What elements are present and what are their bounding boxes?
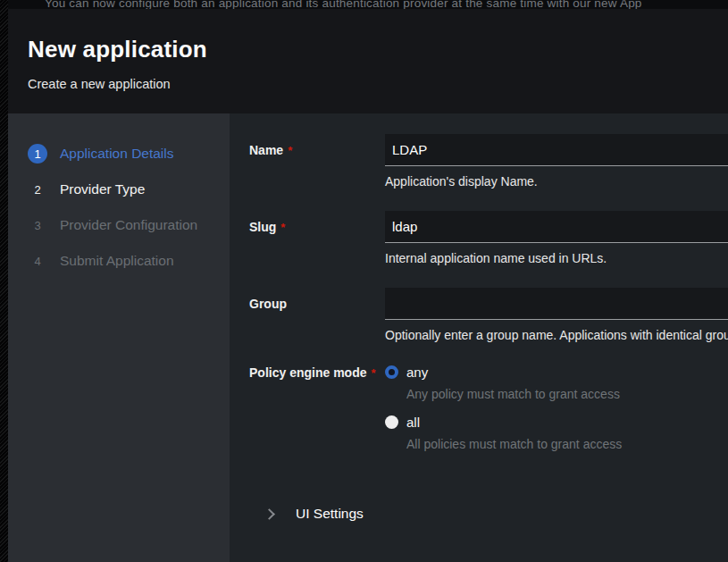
group-field-control: Optionally enter a group name. Applicati… <box>385 288 728 342</box>
group-input[interactable] <box>385 288 728 320</box>
dimmed-page-background <box>0 0 8 562</box>
group-field-help: Optionally enter a group name. Applicati… <box>385 328 728 342</box>
slug-field-control: Internal application name used in URLs. <box>385 211 728 265</box>
step-application-details[interactable]: 1 Application Details <box>8 136 230 172</box>
slug-input[interactable] <box>385 211 728 243</box>
radio-all-help: All policies must match to grant access <box>406 437 728 451</box>
name-field-help: Application's display Name. <box>385 174 728 189</box>
step-provider-configuration[interactable]: 3 Provider Configuration <box>8 207 230 243</box>
chevron-right-icon <box>264 508 275 520</box>
radio-any-help: Any policy must match to grant access <box>406 387 728 401</box>
ui-settings-expander[interactable]: UI Settings <box>249 506 728 522</box>
step-number-badge: 2 <box>28 180 47 199</box>
wizard-step-nav: 1 Application Details 2 Provider Type 3 … <box>8 113 230 562</box>
modal-header: New application Create a new application <box>8 9 728 113</box>
name-field-label: Name* <box>249 134 385 189</box>
modal-title: New application <box>28 36 728 63</box>
step-label: Application Details <box>60 146 174 162</box>
policy-engine-mode-row: Policy engine mode* any Any policy must … <box>249 365 728 465</box>
group-field-row: Group Optionally enter a group name. App… <box>249 288 728 342</box>
application-details-form: Name* Application's display Name. Slug* … <box>230 113 728 562</box>
step-label: Submit Application <box>60 253 174 269</box>
policy-option-any: any Any policy must match to grant acces… <box>385 365 728 401</box>
slug-field-help: Internal application name used in URLs. <box>385 251 728 265</box>
step-number-badge: 1 <box>28 144 47 164</box>
name-input[interactable] <box>385 134 728 166</box>
step-provider-type[interactable]: 2 Provider Type <box>8 172 230 207</box>
banner-text: You can now configure both an applicatio… <box>45 0 642 9</box>
ui-settings-label: UI Settings <box>296 506 364 522</box>
slug-field-label: Slug* <box>249 211 385 265</box>
name-field-control: Application's display Name. <box>385 134 728 189</box>
required-indicator: * <box>280 221 285 234</box>
background-banner: You can now configure both an applicatio… <box>8 0 728 9</box>
step-number-badge: 3 <box>28 215 47 235</box>
step-label: Provider Configuration <box>60 217 197 233</box>
group-field-label: Group <box>249 288 385 342</box>
required-indicator: * <box>288 144 292 157</box>
step-submit-application[interactable]: 4 Submit Application <box>8 243 230 279</box>
slug-field-row: Slug* Internal application name used in … <box>249 211 728 265</box>
policy-engine-mode-options: any Any policy must match to grant acces… <box>385 365 728 465</box>
policy-option-all: all All policies must match to grant acc… <box>385 415 728 451</box>
label-text: Slug <box>249 220 276 234</box>
label-text: Policy engine mode <box>249 365 366 380</box>
radio-any[interactable]: any <box>385 365 728 380</box>
new-application-modal: New application Create a new application… <box>8 9 728 562</box>
radio-all[interactable]: all <box>385 415 728 430</box>
radio-button-icon[interactable] <box>385 365 398 379</box>
radio-button-icon[interactable] <box>385 415 398 429</box>
modal-subtitle: Create a new application <box>28 77 728 91</box>
step-number-badge: 4 <box>28 251 47 271</box>
modal-body: 1 Application Details 2 Provider Type 3 … <box>8 113 728 562</box>
policy-engine-mode-label: Policy engine mode* <box>249 365 385 465</box>
name-field-row: Name* Application's display Name. <box>249 134 728 189</box>
radio-all-label[interactable]: all <box>406 415 420 430</box>
label-text: Group <box>249 297 287 311</box>
step-label: Provider Type <box>60 181 145 197</box>
label-text: Name <box>249 143 283 157</box>
radio-any-label[interactable]: any <box>406 365 428 380</box>
required-indicator: * <box>371 366 375 380</box>
